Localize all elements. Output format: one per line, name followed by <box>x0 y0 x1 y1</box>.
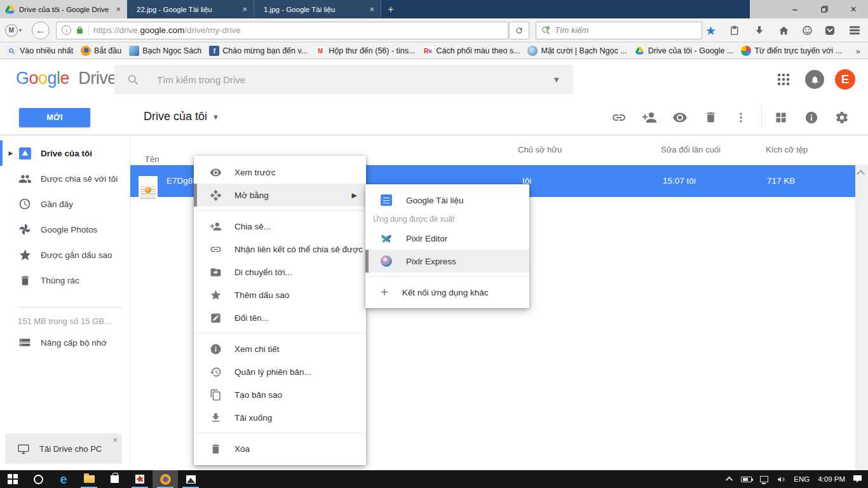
tab-close-icon[interactable]: × <box>368 4 376 14</box>
drive-search-input[interactable] <box>157 74 534 85</box>
submenu-item-google-docs[interactable]: Google Tài liệu <box>365 189 529 212</box>
sidebar-item-recent[interactable]: Gần đây <box>0 191 130 217</box>
preview-eye-icon[interactable] <box>665 110 695 125</box>
menu-item-move-to[interactable]: Di chuyển tới... <box>194 261 366 283</box>
expand-caret-icon[interactable]: ▶ <box>6 150 15 156</box>
menu-item-open-with[interactable]: Mở bằng ▶ <box>194 184 366 207</box>
file-explorer-taskbar-button[interactable] <box>76 470 102 488</box>
download-drive-for-pc-banner[interactable]: Tải Drive cho PC × <box>5 433 122 464</box>
store-taskbar-button[interactable] <box>102 470 127 488</box>
search-options-caret-icon[interactable]: ▼ <box>552 75 560 85</box>
downloads-icon[interactable] <box>754 25 764 36</box>
trash-icon[interactable] <box>695 111 726 124</box>
tab-close-icon[interactable]: × <box>114 4 122 14</box>
volume-icon[interactable] <box>776 475 785 484</box>
bookmark-bach-ngoc-sach[interactable]: Bạch Ngọc Sách <box>125 46 205 56</box>
details-info-icon[interactable] <box>796 111 827 125</box>
firefox-taskbar-button[interactable] <box>153 470 178 488</box>
home-icon[interactable] <box>778 25 789 36</box>
clipboard-icon[interactable] <box>729 25 740 36</box>
grid-view-icon[interactable] <box>766 111 796 124</box>
menu-hamburger-icon[interactable] <box>850 25 860 36</box>
share-icon[interactable] <box>634 110 665 125</box>
more-options-icon[interactable] <box>726 111 756 124</box>
photos-taskbar-button[interactable] <box>178 470 203 488</box>
sidebar-item-google-photos[interactable]: Google Photos <box>0 217 130 242</box>
bookmark-mat-cuoi[interactable]: Mặt cười | Bạch Ngọc ... <box>524 46 630 56</box>
close-banner-icon[interactable]: × <box>112 435 118 445</box>
bookmark-color-guide[interactable]: RBCách phối màu theo s... <box>419 46 524 56</box>
tab-close-icon[interactable]: × <box>241 4 248 14</box>
tab-google-drive[interactable]: Drive của tôi - Google Drive × <box>0 0 127 18</box>
url-bar[interactable]: i https://drive.google.com/drive/my-driv… <box>56 22 508 39</box>
pocket-icon[interactable] <box>824 25 836 36</box>
emoji-extension-icon[interactable] <box>802 25 813 36</box>
sidebar-item-starred[interactable]: Được gắn dấu sao <box>0 242 130 268</box>
notifications-bell-icon[interactable] <box>805 70 824 89</box>
sidebar-item-my-drive[interactable]: ▶ Drive của tôi <box>0 140 130 166</box>
menu-item-manage-versions[interactable]: Quản lý phiên bản... <box>194 360 366 383</box>
column-header-modified[interactable]: Sửa đổi lần cuối <box>661 145 721 154</box>
menu-item-download[interactable]: Tải xuống <box>194 406 366 429</box>
menu-item-preview[interactable]: Xem trước <box>194 161 366 184</box>
bookmark-gmail-inbox[interactable]: MHộp thư đến (56) - tins... <box>311 46 419 56</box>
minimize-button[interactable]: – <box>780 0 810 18</box>
reload-button[interactable] <box>509 22 529 39</box>
drive-search-bar[interactable]: ▼ <box>114 65 573 94</box>
network-icon[interactable] <box>760 476 768 482</box>
page-info-icon[interactable]: i <box>62 25 71 35</box>
menu-item-add-star[interactable]: Thêm dấu sao <box>194 283 366 306</box>
new-button[interactable]: MỚI <box>19 108 90 127</box>
red-app-taskbar-button[interactable] <box>127 470 153 488</box>
column-header-size[interactable]: Kích cỡ tệp <box>766 145 808 154</box>
action-center-icon[interactable] <box>853 475 862 483</box>
settings-gear-icon[interactable] <box>827 111 857 125</box>
search-icon[interactable] <box>127 74 139 86</box>
submenu-item-pixlr-editor[interactable]: Pixlr Editor <box>365 227 529 250</box>
menu-item-share[interactable]: Chia sẻ... <box>194 215 366 238</box>
google-apps-grid-icon[interactable] <box>778 74 789 85</box>
menu-item-make-copy[interactable]: Tạo bản sao <box>194 383 366 406</box>
scroll-up-icon[interactable] <box>857 170 865 178</box>
get-link-icon[interactable] <box>604 110 634 125</box>
submenu-item-pixlr-express[interactable]: Pixlr Express <box>365 250 529 273</box>
bookmarks-overflow-chevron[interactable]: » <box>856 46 865 56</box>
close-button[interactable]: × <box>839 0 868 18</box>
account-avatar[interactable]: E <box>835 69 855 90</box>
breadcrumb[interactable]: Drive của tôi▼ <box>144 110 219 123</box>
back-button[interactable]: ← <box>32 22 50 39</box>
bookmark-most-visited[interactable]: Vào nhiều nhất <box>3 46 77 56</box>
browser-search-box[interactable] <box>536 22 702 39</box>
search-plus-icon[interactable] <box>541 25 551 36</box>
bookmark-facebook[interactable]: fChào mừng bạn đến v... <box>205 46 311 56</box>
cortana-search-button[interactable] <box>25 470 51 488</box>
tab-22jpg[interactable]: 22.jpg - Google Tài liệu × <box>127 0 254 18</box>
battery-icon[interactable] <box>741 477 752 482</box>
start-button[interactable] <box>0 470 25 488</box>
bookmark-get-started[interactable]: Bắt đầu <box>77 46 125 56</box>
clock[interactable]: 4:09 PM <box>818 475 845 483</box>
google-drive-logo[interactable]: Google Drive <box>16 69 117 88</box>
menu-item-rename[interactable]: Đổi tên... <box>194 306 366 329</box>
menu-item-view-details[interactable]: Xem chi tiết <box>194 337 366 360</box>
menu-item-delete[interactable]: Xóa <box>194 437 366 460</box>
new-tab-button[interactable]: + <box>381 0 400 18</box>
edge-taskbar-button[interactable]: e <box>51 470 76 488</box>
sidebar-item-upgrade-storage[interactable]: Nâng cấp bộ nhớ <box>0 330 130 355</box>
tab-1jpg[interactable]: 1.jpg - Google Tài liệu × <box>254 0 381 18</box>
hidden-icons-chevron[interactable] <box>726 477 733 484</box>
language-indicator[interactable]: ENG <box>794 475 810 483</box>
menu-item-get-link[interactable]: Nhận liên kết có thể chia sẻ được <box>194 238 366 261</box>
bookmark-dictionary[interactable]: Từ điển trực tuyến với ... <box>737 46 845 56</box>
scrollbar[interactable] <box>855 165 868 470</box>
browser-search-input[interactable] <box>555 25 697 35</box>
submenu-item-connect-more-apps[interactable]: + Kết nối ứng dụng khác <box>365 281 529 304</box>
https-lock-icon[interactable] <box>76 25 84 35</box>
sidebar-item-trash[interactable]: Thùng rác <box>0 268 130 293</box>
bookmark-google-drive[interactable]: Drive của tôi - Google ... <box>631 46 738 56</box>
sidebar-item-shared-with-me[interactable]: Được chia sẻ với tôi <box>0 166 130 191</box>
column-header-owner[interactable]: Chủ sở hữu <box>518 145 562 154</box>
bookmark-star-icon[interactable]: ★ <box>705 23 716 37</box>
extension-button[interactable]: M▾ <box>5 24 22 37</box>
restore-button[interactable] <box>810 0 839 18</box>
